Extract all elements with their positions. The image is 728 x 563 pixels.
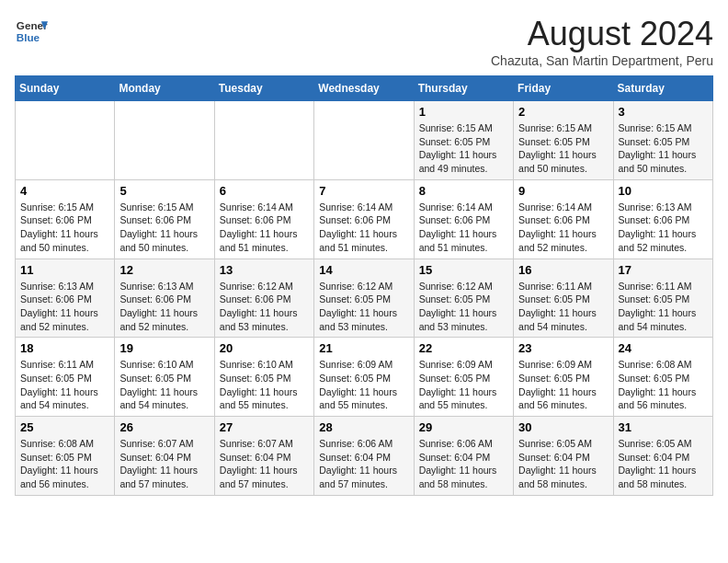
calendar-cell <box>214 101 313 180</box>
day-number: 10 <box>619 184 708 198</box>
day-number: 13 <box>220 263 309 277</box>
day-info: Sunrise: 6:12 AM Sunset: 6:05 PM Dayligh… <box>319 280 408 334</box>
calendar-cell: 13Sunrise: 6:12 AM Sunset: 6:06 PM Dayli… <box>214 259 313 338</box>
day-number: 23 <box>518 341 608 355</box>
calendar-week-row: 11Sunrise: 6:13 AM Sunset: 6:06 PM Dayli… <box>16 259 713 338</box>
calendar-cell: 26Sunrise: 6:07 AM Sunset: 6:04 PM Dayli… <box>115 417 214 496</box>
day-number: 30 <box>518 420 608 434</box>
day-number: 12 <box>119 263 209 277</box>
calendar-cell: 16Sunrise: 6:11 AM Sunset: 6:05 PM Dayli… <box>514 259 613 338</box>
calendar-cell: 1Sunrise: 6:15 AM Sunset: 6:05 PM Daylig… <box>414 101 513 180</box>
day-info: Sunrise: 6:15 AM Sunset: 6:05 PM Dayligh… <box>518 121 608 176</box>
day-info: Sunrise: 6:14 AM Sunset: 6:06 PM Dayligh… <box>319 201 408 255</box>
calendar-week-row: 25Sunrise: 6:08 AM Sunset: 6:05 PM Dayli… <box>16 417 713 496</box>
calendar-week-row: 4Sunrise: 6:15 AM Sunset: 6:06 PM Daylig… <box>16 179 713 259</box>
day-info: Sunrise: 6:05 AM Sunset: 6:04 PM Dayligh… <box>619 437 708 491</box>
day-number: 15 <box>419 263 508 277</box>
day-info: Sunrise: 6:06 AM Sunset: 6:04 PM Dayligh… <box>319 437 408 491</box>
calendar-cell: 11Sunrise: 6:13 AM Sunset: 6:06 PM Dayli… <box>16 259 115 338</box>
day-info: Sunrise: 6:13 AM Sunset: 6:06 PM Dayligh… <box>20 280 109 334</box>
day-number: 28 <box>319 420 408 434</box>
calendar-cell: 2Sunrise: 6:15 AM Sunset: 6:05 PM Daylig… <box>514 101 613 180</box>
day-info: Sunrise: 6:08 AM Sunset: 6:05 PM Dayligh… <box>619 358 708 412</box>
day-number: 17 <box>619 263 708 277</box>
calendar-cell: 18Sunrise: 6:11 AM Sunset: 6:05 PM Dayli… <box>16 338 115 417</box>
day-number: 4 <box>20 184 109 198</box>
day-info: Sunrise: 6:05 AM Sunset: 6:04 PM Dayligh… <box>518 437 608 491</box>
day-number: 31 <box>619 420 708 434</box>
svg-text:Blue: Blue <box>17 31 40 43</box>
day-number: 29 <box>419 420 508 434</box>
calendar-cell: 6Sunrise: 6:14 AM Sunset: 6:06 PM Daylig… <box>214 179 313 259</box>
day-info: Sunrise: 6:12 AM Sunset: 6:05 PM Dayligh… <box>419 280 508 334</box>
day-number: 5 <box>119 184 209 198</box>
day-number: 6 <box>220 184 309 198</box>
calendar-table: SundayMondayTuesdayWednesdayThursdayFrid… <box>15 75 713 496</box>
calendar-cell: 29Sunrise: 6:06 AM Sunset: 6:04 PM Dayli… <box>414 417 513 496</box>
weekday-header: Wednesday <box>314 76 414 101</box>
day-info: Sunrise: 6:14 AM Sunset: 6:06 PM Dayligh… <box>220 201 309 255</box>
calendar-cell: 4Sunrise: 6:15 AM Sunset: 6:06 PM Daylig… <box>16 179 115 259</box>
calendar-cell: 25Sunrise: 6:08 AM Sunset: 6:05 PM Dayli… <box>16 417 115 496</box>
day-number: 24 <box>619 341 708 355</box>
calendar-week-row: 18Sunrise: 6:11 AM Sunset: 6:05 PM Dayli… <box>16 338 713 417</box>
day-info: Sunrise: 6:14 AM Sunset: 6:06 PM Dayligh… <box>419 201 508 255</box>
day-info: Sunrise: 6:15 AM Sunset: 6:05 PM Dayligh… <box>419 121 508 176</box>
day-info: Sunrise: 6:13 AM Sunset: 6:06 PM Dayligh… <box>119 280 209 334</box>
day-number: 8 <box>419 184 508 198</box>
calendar-cell <box>16 101 115 180</box>
day-info: Sunrise: 6:09 AM Sunset: 6:05 PM Dayligh… <box>419 358 508 412</box>
calendar-cell <box>314 101 414 180</box>
day-number: 19 <box>119 341 209 355</box>
title-block: August 2024 Chazuta, San Martin Departme… <box>491 15 713 68</box>
calendar-cell: 8Sunrise: 6:14 AM Sunset: 6:06 PM Daylig… <box>414 179 513 259</box>
weekday-header: Monday <box>115 76 214 101</box>
calendar-body: 1Sunrise: 6:15 AM Sunset: 6:05 PM Daylig… <box>16 101 713 496</box>
calendar-cell: 12Sunrise: 6:13 AM Sunset: 6:06 PM Dayli… <box>115 259 214 338</box>
month-year: August 2024 <box>491 15 713 53</box>
weekday-header: Sunday <box>16 76 115 101</box>
calendar-cell: 7Sunrise: 6:14 AM Sunset: 6:06 PM Daylig… <box>314 179 414 259</box>
calendar-cell: 19Sunrise: 6:10 AM Sunset: 6:05 PM Dayli… <box>115 338 214 417</box>
day-number: 21 <box>319 341 408 355</box>
day-info: Sunrise: 6:14 AM Sunset: 6:06 PM Dayligh… <box>518 201 608 255</box>
day-number: 2 <box>518 105 608 119</box>
calendar-cell: 20Sunrise: 6:10 AM Sunset: 6:05 PM Dayli… <box>214 338 313 417</box>
day-info: Sunrise: 6:11 AM Sunset: 6:05 PM Dayligh… <box>20 358 109 412</box>
day-info: Sunrise: 6:09 AM Sunset: 6:05 PM Dayligh… <box>319 358 408 412</box>
calendar-cell: 23Sunrise: 6:09 AM Sunset: 6:05 PM Dayli… <box>514 338 613 417</box>
calendar-cell: 22Sunrise: 6:09 AM Sunset: 6:05 PM Dayli… <box>414 338 513 417</box>
day-info: Sunrise: 6:13 AM Sunset: 6:06 PM Dayligh… <box>619 201 708 255</box>
weekday-header: Tuesday <box>214 76 313 101</box>
calendar-cell: 15Sunrise: 6:12 AM Sunset: 6:05 PM Dayli… <box>414 259 513 338</box>
day-number: 25 <box>20 420 109 434</box>
weekday-header: Friday <box>514 76 613 101</box>
day-number: 16 <box>518 263 608 277</box>
day-number: 18 <box>20 341 109 355</box>
day-info: Sunrise: 6:11 AM Sunset: 6:05 PM Dayligh… <box>518 280 608 334</box>
day-number: 27 <box>220 420 309 434</box>
weekday-row: SundayMondayTuesdayWednesdayThursdayFrid… <box>16 76 713 101</box>
calendar-cell: 9Sunrise: 6:14 AM Sunset: 6:06 PM Daylig… <box>514 179 613 259</box>
day-number: 9 <box>518 184 608 198</box>
day-info: Sunrise: 6:15 AM Sunset: 6:06 PM Dayligh… <box>20 201 109 255</box>
day-number: 7 <box>319 184 408 198</box>
day-number: 14 <box>319 263 408 277</box>
day-info: Sunrise: 6:06 AM Sunset: 6:04 PM Dayligh… <box>419 437 508 491</box>
calendar-cell: 5Sunrise: 6:15 AM Sunset: 6:06 PM Daylig… <box>115 179 214 259</box>
calendar-week-row: 1Sunrise: 6:15 AM Sunset: 6:05 PM Daylig… <box>16 101 713 180</box>
day-info: Sunrise: 6:10 AM Sunset: 6:05 PM Dayligh… <box>220 358 309 412</box>
calendar-cell: 30Sunrise: 6:05 AM Sunset: 6:04 PM Dayli… <box>514 417 613 496</box>
weekday-header: Thursday <box>414 76 513 101</box>
day-info: Sunrise: 6:09 AM Sunset: 6:05 PM Dayligh… <box>518 358 608 412</box>
day-number: 22 <box>419 341 508 355</box>
day-number: 26 <box>119 420 209 434</box>
day-info: Sunrise: 6:12 AM Sunset: 6:06 PM Dayligh… <box>220 280 309 334</box>
location: Chazuta, San Martin Department, Peru <box>491 53 713 68</box>
day-info: Sunrise: 6:07 AM Sunset: 6:04 PM Dayligh… <box>220 437 309 491</box>
calendar-cell: 10Sunrise: 6:13 AM Sunset: 6:06 PM Dayli… <box>613 179 712 259</box>
calendar-cell: 31Sunrise: 6:05 AM Sunset: 6:04 PM Dayli… <box>613 417 712 496</box>
calendar-cell: 14Sunrise: 6:12 AM Sunset: 6:05 PM Dayli… <box>314 259 414 338</box>
day-info: Sunrise: 6:08 AM Sunset: 6:05 PM Dayligh… <box>20 437 109 491</box>
calendar-cell: 3Sunrise: 6:15 AM Sunset: 6:05 PM Daylig… <box>613 101 712 180</box>
